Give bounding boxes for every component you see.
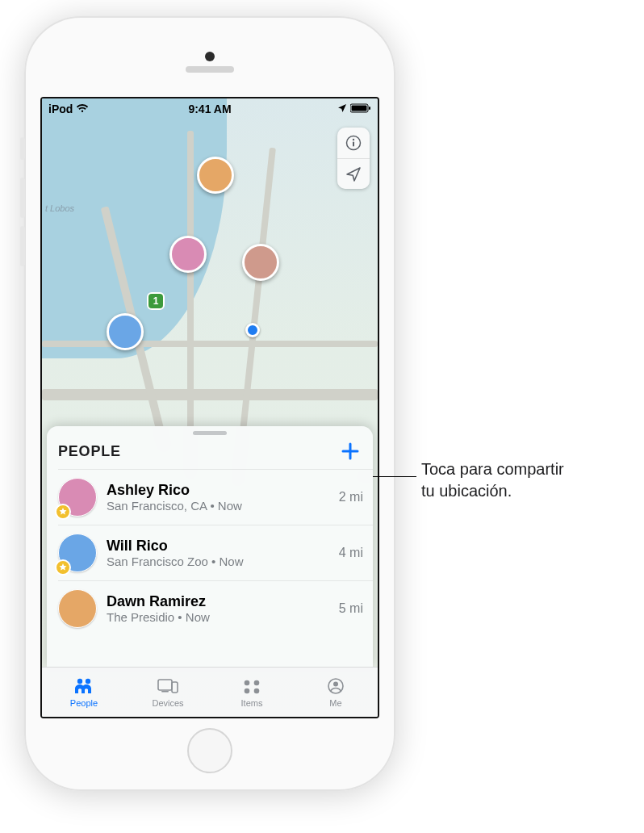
me-icon <box>325 677 346 697</box>
wifi-icon <box>76 103 89 115</box>
devices-icon <box>157 677 178 697</box>
person-row[interactable]: Will RicoSan Francisco Zoo • Now4 mi <box>58 525 373 580</box>
people-sheet[interactable]: People Ashley RicoSan Francisco, CA • No… <box>47 426 373 668</box>
person-info: Ashley RicoSan Francisco, CA • Now <box>107 482 329 513</box>
map-person-pin[interactable] <box>242 244 279 281</box>
person-distance: 5 mi <box>339 601 363 616</box>
person-name: Will Rico <box>107 538 329 555</box>
speaker-grille <box>186 66 234 73</box>
person-info: Dawn RamirezThe Presidio • Now <box>107 593 329 624</box>
sheet-title: People <box>58 443 121 460</box>
person-row[interactable]: Dawn RamirezThe Presidio • Now5 mi <box>58 580 373 636</box>
tab-me[interactable]: Me <box>294 668 378 717</box>
info-button[interactable] <box>337 128 370 158</box>
carrier-label: iPod <box>48 103 73 115</box>
share-location-button[interactable] <box>339 440 362 463</box>
status-bar: iPod 9:41 AM <box>42 98 378 119</box>
svg-point-7 <box>86 678 90 683</box>
person-distance: 2 mi <box>339 490 363 504</box>
volume-up-button <box>20 178 25 218</box>
svg-point-14 <box>254 688 260 693</box>
battery-icon <box>350 103 371 115</box>
svg-point-11 <box>245 680 250 685</box>
svg-point-12 <box>254 680 260 685</box>
person-name: Ashley Rico <box>107 482 329 499</box>
svg-rect-9 <box>161 691 169 693</box>
tab-items[interactable]: Items <box>210 668 294 717</box>
person-info: Will RicoSan Francisco Zoo • Now <box>107 538 329 568</box>
person-location: San Francisco, CA • Now <box>107 499 329 513</box>
tab-bar: PeopleDevicesItemsMe <box>42 667 378 717</box>
people-icon <box>73 677 94 697</box>
tab-label: Devices <box>152 698 183 708</box>
map-road <box>42 341 378 347</box>
sheet-grabber[interactable] <box>193 431 227 435</box>
person-distance: 4 mi <box>339 546 363 560</box>
callout-text: Toca para compartir tu ubicación. <box>421 458 623 502</box>
map-controls <box>337 128 370 189</box>
svg-point-6 <box>77 678 82 683</box>
favorite-star-icon <box>55 504 71 520</box>
highway-number: 1 <box>153 295 159 307</box>
svg-rect-5 <box>353 142 354 147</box>
avatar <box>58 534 97 572</box>
svg-point-4 <box>353 139 354 140</box>
person-row[interactable]: Ashley RicoSan Francisco, CA • Now2 mi <box>58 469 373 525</box>
person-name: Dawn Ramirez <box>107 593 329 610</box>
avatar <box>58 589 97 628</box>
map-person-pin[interactable] <box>169 236 207 273</box>
highway-shield: 1 <box>147 292 165 310</box>
screen: iPod 9:41 AM t Lobos <box>40 97 379 718</box>
favorite-star-icon <box>55 559 71 576</box>
tab-people[interactable]: People <box>42 668 126 717</box>
callout-line-1: Toca para compartir <box>421 460 564 478</box>
self-location-dot <box>245 323 260 337</box>
tab-devices[interactable]: Devices <box>126 668 210 717</box>
volume-down-button <box>20 226 25 266</box>
person-location: The Presidio • Now <box>107 610 329 624</box>
avatar <box>58 478 97 517</box>
map-place-label: t Lobos <box>45 203 74 213</box>
items-icon <box>241 677 262 697</box>
device-frame: iPod 9:41 AM t Lobos <box>24 16 395 791</box>
svg-rect-10 <box>172 682 178 693</box>
sheet-header: People <box>47 438 373 469</box>
person-location: San Francisco Zoo • Now <box>107 555 329 568</box>
callout-line-2: tu ubicación. <box>421 482 512 500</box>
tab-label: Me <box>329 698 341 708</box>
tab-label: People <box>70 698 98 708</box>
time-label: 9:41 AM <box>188 103 231 115</box>
svg-rect-1 <box>352 106 367 111</box>
people-list[interactable]: Ashley RicoSan Francisco, CA • Now2 miWi… <box>47 469 373 668</box>
svg-rect-8 <box>158 680 172 690</box>
mute-switch <box>20 137 25 160</box>
svg-rect-2 <box>369 107 370 110</box>
svg-point-16 <box>333 681 338 686</box>
home-button[interactable] <box>187 728 232 773</box>
map-person-pin[interactable] <box>107 313 144 350</box>
map-road <box>42 389 378 400</box>
front-camera <box>205 52 215 61</box>
svg-point-13 <box>245 688 250 693</box>
map-person-pin[interactable] <box>197 157 234 194</box>
locate-button[interactable] <box>337 158 370 189</box>
location-indicator-icon <box>337 103 347 115</box>
tab-label: Items <box>241 698 263 708</box>
